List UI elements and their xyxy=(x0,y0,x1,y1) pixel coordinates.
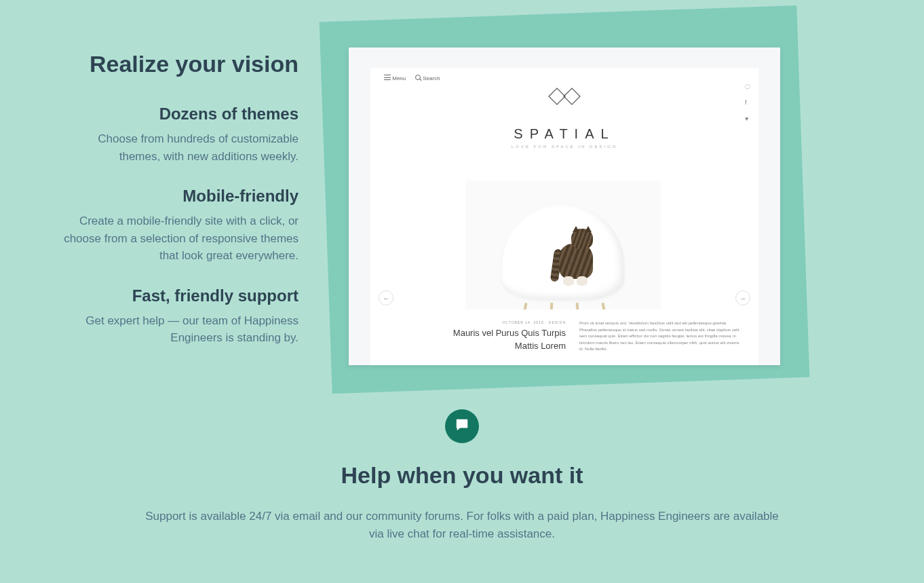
hamburger-icon xyxy=(384,75,391,80)
article-row: OCTOBER 14, 2016 · DESIGN Mauris vel Pur… xyxy=(444,320,741,353)
feature-title-support: Fast, friendly support xyxy=(54,286,299,305)
article-meta: OCTOBER 14, 2016 · DESIGN xyxy=(444,320,566,324)
page: Realize your vision Dozens of themes Cho… xyxy=(0,0,924,583)
article-left: OCTOBER 14, 2016 · DESIGN Mauris vel Pur… xyxy=(444,320,566,353)
theme-inner: Menu Search ◌ f ♥ SPATIAL LOVE FOR SPACE xyxy=(370,68,758,365)
search-label: Search xyxy=(423,75,440,81)
chat-icon xyxy=(455,417,469,435)
vision-title: Realize your vision xyxy=(54,51,299,77)
cat-illustration xyxy=(555,225,598,286)
search-icon xyxy=(415,75,421,80)
hero-image xyxy=(465,181,661,309)
help-body: Support is available 24/7 via email and … xyxy=(143,508,781,544)
theme-topbar: Menu Search xyxy=(384,75,440,81)
feature-title-mobile: Mobile-friendly xyxy=(54,187,299,206)
menu-label: Menu xyxy=(392,75,406,81)
chair-illustration xyxy=(502,204,624,309)
theme-preview: Menu Search ◌ f ♥ SPATIAL LOVE FOR SPACE xyxy=(326,14,780,369)
chevron-right-icon: → xyxy=(739,295,746,302)
chat-badge xyxy=(445,409,479,443)
article-body: Proin sit amet tempus orci. Vestibulum f… xyxy=(579,320,741,353)
help-section: Help when you want it Support is availab… xyxy=(0,409,924,571)
search-toggle[interactable]: Search xyxy=(415,75,440,81)
feature-body-mobile: Create a mobile-friendly site with a cli… xyxy=(54,212,299,265)
vision-left-column: Realize your vision Dozens of themes Cho… xyxy=(54,14,299,369)
menu-toggle[interactable]: Menu xyxy=(384,75,406,81)
vision-section: Realize your vision Dozens of themes Cho… xyxy=(0,0,924,369)
feature-body-themes: Choose from hundreds of customizable the… xyxy=(54,130,299,165)
help-title: Help when you want it xyxy=(81,462,843,489)
feature-title-themes: Dozens of themes xyxy=(54,105,299,124)
theme-brand-block: SPATIAL LOVE FOR SPACE IN DESIGN xyxy=(370,87,758,149)
feature-body-support: Get expert help — our team of Happiness … xyxy=(54,312,299,347)
theme-card: Menu Search ◌ f ♥ SPATIAL LOVE FOR SPACE xyxy=(349,48,780,365)
brand-name: SPATIAL xyxy=(370,126,758,142)
prev-slide-button[interactable]: ← xyxy=(379,290,393,305)
chevron-left-icon: ← xyxy=(383,295,389,302)
brand-tagline: LOVE FOR SPACE IN DESIGN xyxy=(370,145,758,149)
brand-logo-icon xyxy=(546,87,583,114)
article-title[interactable]: Mauris vel Purus Quis Turpis Mattis Lore… xyxy=(444,327,566,353)
next-slide-button[interactable]: → xyxy=(735,290,750,305)
